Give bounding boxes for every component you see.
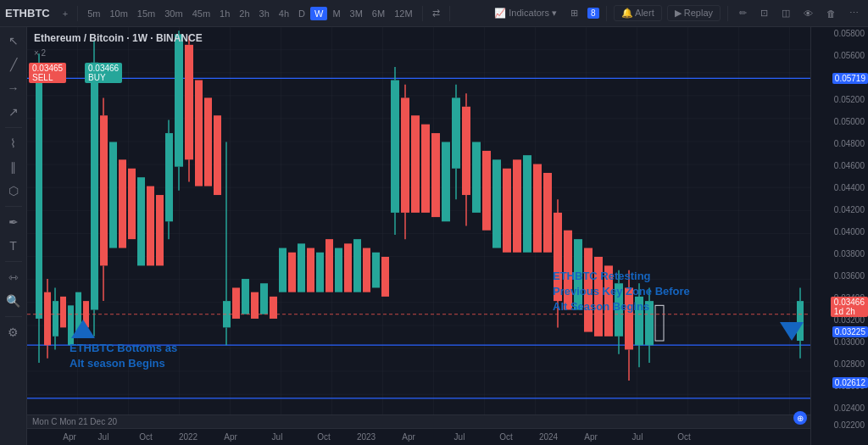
- svg-rect-80: [482, 151, 491, 231]
- svg-rect-6: [36, 71, 42, 319]
- tf-10m[interactable]: 10m: [105, 7, 131, 20]
- svg-rect-86: [543, 173, 552, 253]
- svg-rect-57: [335, 248, 342, 292]
- svg-rect-72: [442, 142, 450, 221]
- sell-price-label: 0.03465 SELL: [29, 63, 66, 83]
- time-label-apr23: Apr: [402, 432, 415, 442]
- svg-rect-37: [185, 45, 193, 159]
- tf-W[interactable]: W: [310, 7, 327, 20]
- current-price-badge: 0.03466 1d 2h: [831, 297, 868, 317]
- ray-tool[interactable]: →: [3, 78, 24, 98]
- left-toolbar: ↖ ╱ → ↗ ⌇ ∥ ⬡ ✒ T ⇿ 🔍 ⚙: [0, 27, 27, 445]
- tf-3M[interactable]: 3M: [346, 7, 367, 20]
- svg-rect-26: [119, 159, 126, 248]
- chart-svg: [27, 27, 810, 445]
- trash-tool[interactable]: 🗑: [822, 7, 840, 20]
- settings-tool[interactable]: ⚙: [3, 322, 24, 342]
- svg-rect-61: [372, 253, 380, 288]
- time-label-apr20: Apr: [63, 432, 76, 442]
- annotation-center: ETHBTC RetestingPrevious Key Zone Before…: [553, 269, 690, 315]
- main-area: ↖ ╱ → ↗ ⌇ ∥ ⬡ ✒ T ⇿ 🔍 ⚙ Ethereum / Bitco…: [0, 27, 868, 445]
- time-label-oct24: Oct: [677, 432, 691, 442]
- compare-button[interactable]: ⇄: [428, 6, 444, 20]
- lock-tool[interactable]: ◫: [777, 6, 794, 20]
- time-label-apr24: Apr: [584, 432, 598, 442]
- time-label-jul20: Jul: [98, 432, 109, 442]
- svg-rect-79: [472, 142, 481, 212]
- lt-sep-4: [5, 316, 22, 317]
- svg-rect-60: [363, 248, 370, 292]
- sell-label-text: SELL: [32, 73, 53, 82]
- price-0.0480: 0.04800: [834, 139, 865, 148]
- svg-rect-83: [513, 159, 521, 252]
- price-0.0420: 0.04200: [834, 205, 865, 214]
- price-0.0460: 0.04600: [834, 161, 865, 170]
- svg-rect-52: [288, 253, 296, 292]
- price-0.0280: 0.02800: [834, 359, 865, 369]
- time-label-2022: 2022: [179, 432, 198, 442]
- time-label-jul24: Jul: [632, 432, 643, 442]
- fib-tool[interactable]: ⌇: [3, 133, 24, 153]
- brush-tool[interactable]: ✒: [3, 212, 24, 232]
- replay-button[interactable]: ▶ Replay: [667, 5, 721, 21]
- tf-3h[interactable]: 3h: [255, 7, 274, 20]
- pattern-tool[interactable]: ⬡: [3, 181, 24, 201]
- svg-rect-28: [137, 177, 145, 265]
- more-tool[interactable]: ⋯: [845, 6, 863, 20]
- svg-rect-71: [431, 133, 440, 217]
- tf-1h[interactable]: 1h: [215, 7, 234, 20]
- tf-D[interactable]: D: [294, 7, 309, 20]
- indicators-button[interactable]: 📈 Indicators ▾: [490, 6, 561, 20]
- tf-15m[interactable]: 15m: [133, 7, 159, 20]
- chart-area[interactable]: Ethereum / Bitcoin · 1W · BINANCE × 2 0.…: [27, 27, 810, 445]
- svg-rect-59: [353, 239, 361, 292]
- price-0.0440: 0.04400: [834, 183, 865, 192]
- svg-rect-63: [391, 81, 399, 213]
- magnet-tool[interactable]: ⊡: [756, 6, 772, 20]
- alert-button[interactable]: 🔔 Alert: [614, 5, 662, 21]
- svg-rect-66: [401, 97, 409, 212]
- time-label-jul22: Jul: [272, 432, 283, 442]
- cursor-tool[interactable]: ↖: [3, 31, 24, 51]
- layout-button[interactable]: ⊞: [566, 6, 582, 20]
- tf-M[interactable]: M: [328, 7, 344, 20]
- tf-45m[interactable]: 45m: [188, 7, 214, 20]
- channel-tool[interactable]: ∥: [3, 157, 24, 177]
- text-tool[interactable]: T: [3, 236, 24, 256]
- line-tool[interactable]: ╱: [3, 54, 24, 75]
- svg-rect-22: [100, 115, 108, 265]
- svg-rect-81: [492, 159, 501, 248]
- svg-rect-85: [533, 164, 542, 253]
- buy-price-value: 0.03466: [88, 64, 119, 73]
- annotation-bottom-text: ETHBTC Bottoms asAlt season Begins: [70, 342, 177, 370]
- svg-rect-69: [411, 115, 420, 213]
- svg-rect-76: [462, 107, 470, 195]
- add-symbol-button[interactable]: +: [58, 7, 72, 20]
- zoom-icon[interactable]: ⊕: [793, 411, 807, 425]
- arrow-tool[interactable]: ↗: [3, 102, 24, 122]
- tf-4h[interactable]: 4h: [275, 7, 293, 20]
- measure-tool[interactable]: ⇿: [3, 267, 24, 287]
- tf-30m[interactable]: 30m: [160, 7, 186, 20]
- chart-sub: × 2: [34, 46, 203, 61]
- svg-rect-47: [242, 279, 249, 314]
- buy-price-label: 0.03466 BUY: [85, 63, 122, 83]
- svg-rect-54: [307, 248, 314, 292]
- zoom-tool[interactable]: 🔍: [3, 291, 24, 311]
- eye-tool[interactable]: 👁: [799, 7, 817, 20]
- tf-5m[interactable]: 5m: [83, 7, 104, 20]
- pencil-tool[interactable]: ✏: [735, 6, 751, 20]
- price-0.0400: 0.04000: [834, 227, 865, 236]
- svg-rect-55: [316, 253, 324, 292]
- svg-rect-73: [452, 97, 460, 168]
- svg-rect-82: [503, 169, 511, 253]
- buy-label-text: BUY: [88, 73, 106, 82]
- tf-12M[interactable]: 12M: [390, 7, 416, 20]
- time-label-2024: 2024: [539, 432, 558, 442]
- tf-6M[interactable]: 6M: [368, 7, 389, 20]
- symbol-label[interactable]: ETHBTC: [5, 7, 50, 19]
- tf-2h[interactable]: 2h: [235, 7, 253, 20]
- hline1-price: 0.05719: [832, 73, 868, 84]
- svg-rect-29: [147, 186, 154, 266]
- time-label-jul23: Jul: [454, 432, 465, 442]
